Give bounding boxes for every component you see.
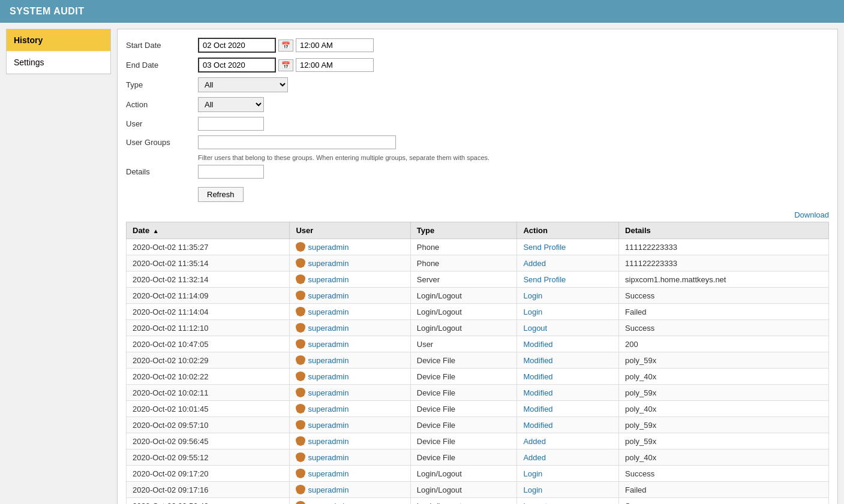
user-name: superadmin [308,356,349,365]
user-link[interactable]: superadmin [296,291,404,300]
cell-type: Device File [410,433,517,449]
details-input[interactable] [198,165,264,179]
table-row: 2020-Oct-02 09:57:10 superadminDevice Fi… [127,417,829,433]
end-date-calendar-button[interactable]: 📅 [278,59,293,71]
action-link[interactable]: Modified [523,356,552,365]
action-link[interactable]: Login [523,291,542,300]
table-row: 2020-Oct-02 09:56:45 superadminDevice Fi… [127,433,829,449]
user-link[interactable]: superadmin [296,323,404,333]
table-row: 2020-Oct-02 11:35:27 superadminPhoneSend… [127,239,829,255]
user-name: superadmin [308,324,349,333]
cell-user: superadmin [290,255,410,271]
cell-action: Send Profile [517,271,619,288]
svg-point-8 [299,373,302,376]
user-groups-input[interactable] [198,135,396,149]
cell-user: superadmin [290,304,410,320]
user-avatar-icon [296,404,305,414]
user-link[interactable]: superadmin [296,501,404,504]
cell-date: 2020-Oct-02 00:56:40 [127,498,290,505]
cell-details: 200 [619,336,829,352]
user-link[interactable]: superadmin [296,258,404,268]
cell-user: superadmin [290,401,410,417]
user-link[interactable]: superadmin [296,274,404,284]
user-avatar-icon [296,355,305,365]
user-link[interactable]: superadmin [296,307,404,316]
user-input[interactable] [198,117,264,131]
cell-action: Modified [517,385,619,401]
user-link[interactable]: superadmin [296,372,404,381]
action-link[interactable]: Modified [523,340,552,349]
end-time-input[interactable] [296,58,374,72]
user-name: superadmin [308,307,349,316]
start-date-group: 📅 [198,38,374,53]
download-section: Download [126,210,829,219]
refresh-button[interactable]: Refresh [198,187,244,202]
action-link[interactable]: Added [523,259,546,268]
user-link[interactable]: superadmin [296,404,404,414]
details-label: Details [126,167,198,176]
action-link[interactable]: Send Profile [523,243,566,252]
user-link[interactable]: superadmin [296,469,404,478]
cell-details: 111122223333 [619,255,829,271]
type-select[interactable]: All Phone Server Login/Logout User Devic… [198,77,288,92]
action-link[interactable]: Send Profile [523,275,566,284]
cell-date: 2020-Oct-02 11:35:27 [127,239,290,255]
svg-point-15 [299,486,302,490]
action-link[interactable]: Modified [523,388,552,397]
cell-user: superadmin [290,385,410,401]
start-date-input[interactable] [198,38,276,53]
table-row: 2020-Oct-02 09:55:12 superadminDevice Fi… [127,449,829,466]
action-link[interactable]: Added [523,453,546,462]
cell-details: 111122223333 [619,239,829,255]
action-link[interactable]: Login [523,469,542,478]
action-link[interactable]: Modified [523,405,552,414]
end-date-input[interactable] [198,58,276,73]
user-link[interactable]: superadmin [296,436,404,446]
cell-action: Send Profile [517,239,619,255]
download-link[interactable]: Download [794,210,829,219]
user-avatar-icon [296,420,305,430]
cell-date: 2020-Oct-02 09:17:20 [127,466,290,482]
user-name: superadmin [308,405,349,414]
cell-date: 2020-Oct-02 11:12:10 [127,320,290,336]
user-row: User [126,117,829,131]
col-type: Type [410,222,517,239]
sidebar-item-settings[interactable]: Settings [7,52,110,74]
action-link[interactable]: Modified [523,372,552,381]
action-select[interactable]: All Added Modified Deleted Login Logout … [198,97,264,112]
svg-point-6 [299,340,302,344]
cell-type: Login/Logout [410,498,517,505]
action-link[interactable]: Login [523,485,542,494]
user-link[interactable]: superadmin [296,339,404,349]
page-title: SYSTEM AUDIT [10,6,85,16]
cell-action: Modified [517,401,619,417]
table-row: 2020-Oct-02 10:01:45 superadminDevice Fi… [127,401,829,417]
sidebar-item-history[interactable]: History [7,29,110,52]
cell-user: superadmin [290,288,410,304]
cell-type: Login/Logout [410,304,517,320]
col-date[interactable]: Date ▲ [127,222,290,239]
user-link[interactable]: superadmin [296,485,404,494]
cell-type: Login/Logout [410,466,517,482]
table-row: 2020-Oct-02 10:02:29 superadminDevice Fi… [127,352,829,369]
user-name: superadmin [308,485,349,494]
svg-point-2 [299,276,302,279]
svg-point-1 [299,259,302,263]
action-link[interactable]: Added [523,437,546,446]
start-time-input[interactable] [296,38,374,52]
filter-form: Start Date 📅 End Date 📅 Type [126,38,829,202]
user-link[interactable]: superadmin [296,242,404,252]
action-link[interactable]: Modified [523,421,552,430]
cell-details: poly_59x [619,385,829,401]
action-link[interactable]: Login [523,307,542,316]
action-link[interactable]: Logout [523,502,547,505]
user-link[interactable]: superadmin [296,355,404,365]
cell-action: Login [517,304,619,320]
user-link[interactable]: superadmin [296,452,404,462]
start-date-calendar-button[interactable]: 📅 [278,40,293,52]
user-link[interactable]: superadmin [296,420,404,430]
action-link[interactable]: Logout [523,324,547,333]
user-link[interactable]: superadmin [296,388,404,397]
table-row: 2020-Oct-02 10:02:22 superadminDevice Fi… [127,369,829,385]
cell-user: superadmin [290,498,410,505]
